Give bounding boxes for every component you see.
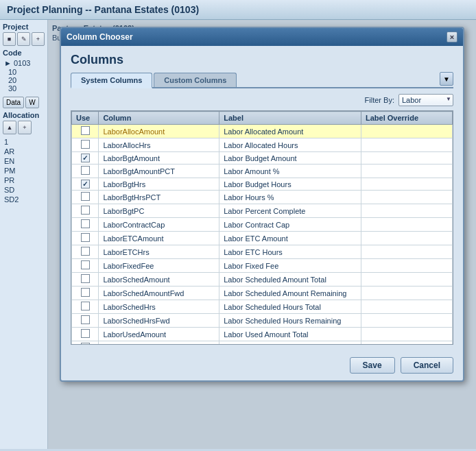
label-cell: Labor Fixed Fee [219, 259, 361, 273]
use-checkbox[interactable] [81, 219, 90, 228]
label-override-cell[interactable] [361, 300, 452, 314]
use-checkbox[interactable] [81, 154, 90, 162]
table-row: LaborETCHrsLabor ETC Hours [72, 245, 453, 259]
columns-table-wrapper: Use Column Label Label Override LaborAll… [71, 110, 453, 345]
use-cell[interactable] [72, 191, 99, 204]
tab-bar: System Columns Custom Columns ▼ [71, 73, 453, 88]
label-override-cell[interactable] [361, 138, 452, 152]
project-toolbar-btn-1[interactable]: ■ [3, 32, 16, 46]
use-checkbox[interactable] [81, 166, 90, 175]
alloc-item-1[interactable]: 1 [3, 137, 45, 147]
project-toolbar-btn-2[interactable]: ✎ [17, 32, 30, 46]
label-override-cell[interactable] [361, 314, 452, 328]
label-override-cell[interactable] [361, 328, 452, 341]
use-cell[interactable] [72, 232, 99, 245]
alloc-item-pr[interactable]: PR [3, 175, 45, 185]
label-override-cell[interactable] [361, 152, 452, 164]
use-cell[interactable] [72, 218, 99, 232]
tab-dropdown-button[interactable]: ▼ [440, 72, 453, 86]
label-cell: Labor Scheduled Amount Total [219, 273, 361, 287]
filter-select[interactable]: Labor All Cost Revenue [398, 94, 453, 106]
allocation-btn-1[interactable]: ▲ [3, 121, 16, 134]
use-cell[interactable] [72, 341, 99, 345]
use-checkbox[interactable] [81, 192, 90, 201]
tree-child-30[interactable]: 30 [8, 84, 45, 93]
project-toolbar: ■ ✎ + [3, 32, 45, 46]
column-name-cell: LaborBgtAmountPCT [99, 164, 219, 178]
table-row: LaborFixedFeeLabor Fixed Fee [72, 259, 453, 273]
use-cell[interactable] [72, 164, 99, 178]
use-cell[interactable] [72, 273, 99, 287]
app-title: Project Planning -- Pantana Estates (010… [7, 4, 199, 15]
filter-select-wrapper[interactable]: Labor All Cost Revenue [398, 94, 453, 106]
tree-child-10[interactable]: 10 [8, 68, 45, 76]
tree-item-0103[interactable]: ► 0103 [3, 58, 45, 68]
column-name-cell: LaborBgtPC [99, 204, 219, 218]
use-cell[interactable] [72, 125, 99, 138]
label-cell: Labor Scheduled Hours Remaining [219, 314, 361, 328]
label-override-cell[interactable] [361, 287, 452, 300]
use-cell[interactable] [72, 245, 99, 259]
use-cell[interactable] [72, 287, 99, 300]
label-override-cell[interactable] [361, 178, 452, 191]
modal-close-button[interactable]: × [447, 32, 457, 42]
alloc-item-sd2[interactable]: SD2 [3, 195, 45, 204]
tab-custom-columns[interactable]: Custom Columns [154, 73, 237, 87]
use-cell[interactable] [72, 259, 99, 273]
use-cell[interactable] [72, 300, 99, 314]
label-cell: Labor ETC Hours [219, 245, 361, 259]
allocation-btn-2[interactable]: + [18, 121, 32, 134]
filter-row: Filter By: Labor All Cost Revenue [71, 94, 453, 106]
use-checkbox[interactable] [81, 343, 90, 344]
use-checkbox[interactable] [81, 288, 90, 297]
label-override-cell[interactable] [361, 191, 452, 204]
use-checkbox[interactable] [81, 126, 90, 135]
use-checkbox[interactable] [81, 180, 90, 188]
label-override-cell[interactable] [361, 218, 452, 232]
use-checkbox[interactable] [81, 274, 90, 283]
columns-table-scroll[interactable]: Use Column Label Label Override LaborAll… [71, 111, 453, 344]
use-checkbox[interactable] [81, 329, 90, 338]
label-override-cell[interactable] [361, 164, 452, 178]
column-name-cell: LaborSchedHrs [99, 300, 219, 314]
save-button[interactable]: Save [350, 357, 395, 374]
use-cell[interactable] [72, 314, 99, 328]
label-cell: Labor Percent Complete [219, 204, 361, 218]
filter-by-label: Filter By: [365, 96, 394, 104]
use-checkbox[interactable] [81, 315, 90, 324]
alloc-item-en[interactable]: EN [3, 156, 45, 166]
use-checkbox[interactable] [81, 233, 90, 242]
use-checkbox[interactable] [81, 206, 90, 215]
alloc-item-pm[interactable]: PM [3, 166, 45, 175]
tree-child-20[interactable]: 20 [8, 76, 45, 84]
w-tab-btn[interactable]: W [25, 97, 38, 108]
cancel-button[interactable]: Cancel [401, 357, 453, 374]
label-override-cell[interactable] [361, 204, 452, 218]
table-row: LaborBgtAmountPCTLabor Amount % [72, 164, 453, 178]
tab-system-columns[interactable]: System Columns [71, 73, 152, 88]
use-cell[interactable] [72, 152, 99, 164]
label-override-cell[interactable] [361, 125, 452, 138]
label-override-cell[interactable] [361, 259, 452, 273]
use-checkbox[interactable] [81, 247, 90, 256]
label-override-cell[interactable] [361, 341, 452, 345]
label-override-cell[interactable] [361, 232, 452, 245]
column-name-cell: LaborSchedAmountFwd [99, 287, 219, 300]
use-checkbox[interactable] [81, 140, 90, 149]
use-cell[interactable] [72, 204, 99, 218]
table-row: LaborSchedAmountLabor Scheduled Amount T… [72, 273, 453, 287]
project-toolbar-btn-3[interactable]: + [32, 32, 45, 46]
label-cell: Labor Used Amount Total [219, 328, 361, 341]
use-cell[interactable] [72, 178, 99, 191]
label-cell: Labor Allocated Hours [219, 138, 361, 152]
use-checkbox[interactable] [81, 260, 90, 269]
alloc-item-sd[interactable]: SD [3, 185, 45, 195]
label-override-cell[interactable] [361, 245, 452, 259]
data-tab-btn[interactable]: Data [3, 97, 24, 108]
use-cell[interactable] [72, 328, 99, 341]
label-override-cell[interactable] [361, 273, 452, 287]
alloc-item-ar[interactable]: AR [3, 147, 45, 156]
use-checkbox[interactable] [81, 302, 90, 310]
use-cell[interactable] [72, 138, 99, 152]
modal-titlebar: Column Chooser × [61, 28, 463, 46]
